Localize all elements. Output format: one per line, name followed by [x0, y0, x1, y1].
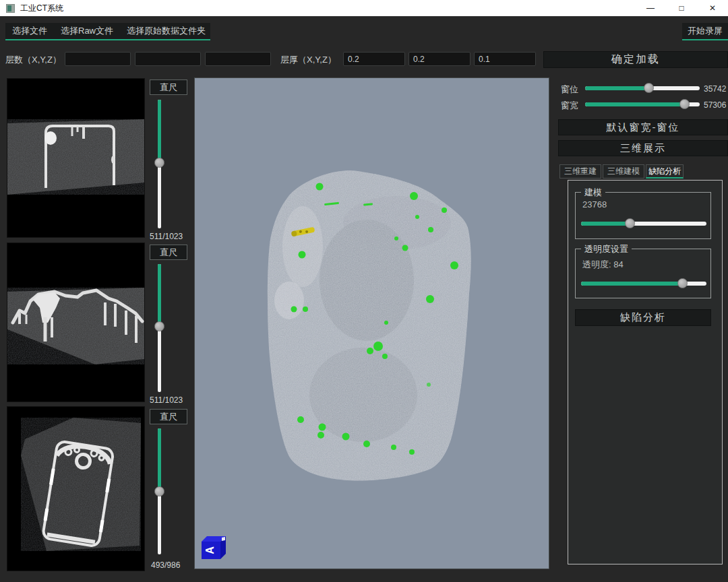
ruler-button-1[interactable]: 直尺 — [150, 79, 187, 95]
layers-x-input[interactable] — [65, 52, 131, 66]
slice-slider-1[interactable] — [158, 100, 161, 228]
start-record-button[interactable]: 开始录屏 — [681, 25, 728, 37]
slice-image-yz — [7, 243, 144, 401]
window-level-slider[interactable] — [585, 86, 700, 90]
slice-view-xz[interactable] — [7, 78, 145, 238]
app-window: 工业CT系统 — □ ✕ 选择文件 选择Raw文件 选择原始数据文件夹 开始录屏… — [0, 0, 728, 582]
modeling-value: 23768 — [582, 199, 607, 209]
layers-y-input[interactable] — [135, 52, 201, 66]
modeling-group: 建模 23768 — [575, 192, 711, 239]
tab-3d-modeling[interactable]: 三维建模 — [603, 164, 644, 179]
slice-view-yz[interactable] — [7, 243, 145, 402]
slice-view-xy[interactable] — [7, 406, 145, 571]
thickness-y-input[interactable] — [408, 52, 471, 66]
window-width-thumb[interactable] — [679, 99, 690, 109]
slice-slider-thumb-2[interactable] — [154, 321, 164, 331]
maximize-button[interactable]: □ — [666, 0, 697, 16]
slice-image-xy — [7, 407, 144, 571]
orientation-cube-icon: A — [202, 536, 226, 559]
confirm-load-button[interactable]: 确定加载 — [543, 51, 728, 68]
params-row: 层数（X,Y,Z） 层厚（X,Y,Z） 确定加载 — [0, 43, 728, 75]
modeling-slider[interactable] — [581, 222, 706, 226]
ruler-button-3[interactable]: 直尺 — [150, 409, 187, 424]
opacity-slider[interactable] — [581, 282, 706, 286]
slice-position-3: 493/986 — [151, 560, 180, 570]
slice-slider-3[interactable] — [158, 428, 161, 554]
select-raw-button[interactable]: 选择Raw文件 — [54, 25, 120, 37]
slice-slider-thumb-1[interactable] — [154, 158, 164, 168]
thickness-label: 层厚（X,Y,Z） — [280, 54, 336, 66]
layers-z-input[interactable] — [205, 52, 271, 66]
window-level-thumb[interactable] — [644, 83, 654, 93]
opacity-group-title: 透明度设置 — [581, 243, 632, 255]
toolbar: 选择文件 选择Raw文件 选择原始数据文件夹 开始录屏 — [0, 16, 728, 43]
svg-text:A: A — [204, 546, 216, 554]
select-file-button[interactable]: 选择文件 — [5, 25, 54, 37]
file-button-strip: 选择文件 选择Raw文件 选择原始数据文件夹 — [5, 23, 210, 40]
title-bar: 工业CT系统 — □ ✕ — [0, 0, 728, 16]
thickness-x-input[interactable] — [343, 52, 405, 66]
window-title: 工业CT系统 — [20, 3, 63, 14]
tab-3d-reconstruction[interactable]: 三维重建 — [559, 164, 601, 179]
volume-render: A — [195, 78, 549, 569]
viewport-3d[interactable]: A — [194, 77, 549, 569]
window-width-label: 窗宽 — [561, 100, 578, 112]
slice-slider-2[interactable] — [158, 264, 161, 392]
display-3d-button[interactable]: 三维展示 — [558, 140, 728, 156]
window-width-slider[interactable] — [585, 102, 700, 106]
window-controls: — □ ✕ — [635, 0, 728, 16]
slice-position-2: 511/1023 — [150, 395, 183, 405]
tab-defect-analysis[interactable]: 缺陷分析 — [646, 164, 684, 179]
window-level-label: 窗位 — [561, 84, 578, 96]
modeling-group-title: 建模 — [581, 187, 605, 199]
record-strip: 开始录屏 — [682, 23, 728, 40]
slice-slider-thumb-3[interactable] — [154, 486, 164, 496]
slice-slider-col-3: 直尺 493/986 — [149, 409, 192, 574]
minimize-button[interactable]: — — [635, 0, 666, 16]
slice-slider-col-2: 直尺 511/1023 — [149, 245, 192, 406]
slice-position-1: 511/1023 — [150, 232, 183, 241]
window-width-value: 57306 — [704, 100, 726, 110]
modeling-slider-thumb[interactable] — [625, 218, 635, 228]
opacity-group: 透明度设置 透明度: 84 — [575, 249, 711, 298]
slice-image-xz — [7, 79, 144, 237]
window-level-value: 35742 — [704, 84, 726, 94]
opacity-value: 透明度: 84 — [582, 259, 624, 271]
opacity-slider-thumb[interactable] — [677, 278, 688, 288]
default-window-button[interactable]: 默认窗宽-窗位 — [558, 119, 728, 135]
layers-label: 层数（X,Y,Z） — [5, 54, 61, 66]
select-folder-button[interactable]: 选择原始数据文件夹 — [120, 25, 212, 37]
run-defect-analysis-button[interactable]: 缺陷分析 — [575, 309, 711, 326]
close-button[interactable]: ✕ — [697, 0, 728, 16]
app-icon — [6, 4, 15, 13]
ruler-button-2[interactable]: 直尺 — [150, 245, 187, 260]
defect-analysis-panel: 建模 23768 透明度设置 透明度: 84 缺陷分析 — [568, 180, 723, 564]
thickness-z-input[interactable] — [474, 52, 536, 66]
slice-slider-col-1: 直尺 511/1023 — [149, 79, 192, 241]
